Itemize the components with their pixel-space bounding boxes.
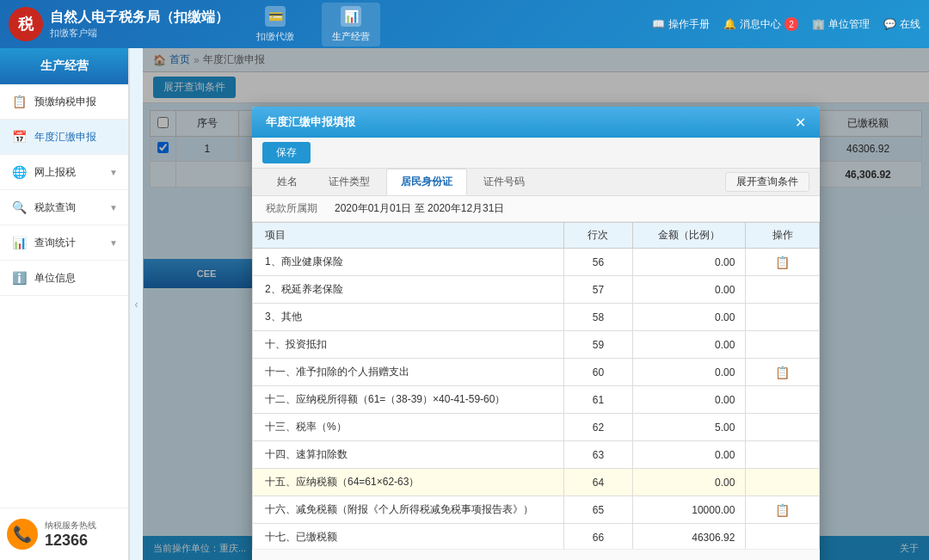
modal-scroll-area[interactable]: 项目 行次 金额（比例） 操作 1、商业健康保险 56 <box>252 222 820 549</box>
top-nav-shengchan[interactable]: 📊 生产经营 <box>322 3 380 46</box>
top-nav-kouji[interactable]: 💳 扣缴代缴 <box>246 3 305 46</box>
op-59 <box>746 331 820 359</box>
val-57: 0.00 <box>632 276 746 304</box>
unit-mgmt-btn[interactable]: 🏢 单位管理 <box>812 17 870 32</box>
item-63: 十四、速算扣除数 <box>253 441 564 469</box>
shengchan-icon: 📊 <box>341 6 361 27</box>
edit-icon-60[interactable]: 📋 <box>775 366 790 379</box>
online-label: 在线 <box>900 17 920 32</box>
sidebar-item-niandu[interactable]: 📅 年度汇缴申报 <box>0 120 128 155</box>
modal-save-btn[interactable]: 保存 <box>262 142 311 163</box>
sidebar-item-shuikuan[interactable]: 🔍 税款查询 ▼ <box>0 190 128 225</box>
val-60: 0.00 <box>632 359 746 386</box>
shuikuan-icon: 🔍 <box>10 199 28 216</box>
op-56: 📋 <box>746 249 820 276</box>
item-60: 十一、准予扣除的个人捐赠支出 <box>253 359 564 386</box>
sidebar-header: 生产经营 <box>0 48 128 84</box>
yujiao-icon: 📋 <box>10 93 28 110</box>
val-58: 0.00 <box>632 304 746 331</box>
item-56: 1、商业健康保险 <box>253 249 564 276</box>
modal-th-rowno: 行次 <box>564 223 632 249</box>
tab-id-card[interactable]: 居民身份证 <box>386 169 467 195</box>
main-layout: 生产经营 📋 预缴纳税申报 📅 年度汇缴申报 🌐 网上报税 ▼ 🔍 税款查询 ▼… <box>0 48 929 560</box>
modal-close-btn[interactable]: ✕ <box>795 114 806 131</box>
content-area: 🏠 首页 » 年度汇缴申报 展开查询条件 序号 姓名 证件类型 证件号码 税款所… <box>143 48 929 560</box>
sidebar: 生产经营 📋 预缴纳税申报 📅 年度汇缴申报 🌐 网上报税 ▼ 🔍 税款查询 ▼… <box>0 48 129 560</box>
sidebar-item-chaxun-label: 查询统计 <box>34 236 76 250</box>
val-56: 0.00 <box>632 249 746 276</box>
rowno-59: 59 <box>564 331 632 359</box>
op-57 <box>746 276 820 304</box>
tab-name[interactable]: 姓名 <box>262 169 312 195</box>
sidebar-item-wangshang-label: 网上报税 <box>34 165 76 180</box>
unit-mgmt-label: 单位管理 <box>828 17 870 32</box>
val-59: 0.00 <box>632 331 746 359</box>
modal-title: 年度汇缴申报填报 <box>266 114 355 130</box>
app-title-group: 自然人电子税务局（扣缴端） 扣缴客户端 <box>50 9 229 40</box>
top-nav: 💳 扣缴代缴 📊 生产经营 <box>246 3 380 46</box>
val-66: 46306.92 <box>632 524 746 550</box>
item-61: 十二、应纳税所得额（61=（38-39）×40-41-59-60） <box>253 386 564 414</box>
modal-th-item: 项目 <box>253 223 564 249</box>
sidebar-collapse-btn[interactable]: ‹ <box>129 48 143 560</box>
wangshang-icon: 🌐 <box>10 163 28 181</box>
top-nav-shengchan-label: 生产经营 <box>332 30 370 43</box>
rowno-56: 56 <box>564 249 632 276</box>
val-63: 0.00 <box>632 441 746 469</box>
chaxun-icon: 📊 <box>10 234 28 251</box>
service-hotline: 📞 纳税服务热线 12366 <box>0 508 128 560</box>
top-nav-kouji-label: 扣缴代缴 <box>256 30 294 43</box>
tab-cert-type[interactable]: 证件类型 <box>314 169 385 195</box>
edit-icon-56[interactable]: 📋 <box>775 255 790 269</box>
arrow-down-icon2: ▼ <box>109 203 118 212</box>
modal-row-57: 2、税延养老保险 57 0.00 <box>253 276 820 304</box>
message-btn[interactable]: 🔔 消息中心 2 <box>723 17 798 32</box>
modal-row-66: 十七、已缴税额 66 46306.92 <box>253 524 820 550</box>
hotline-text-group: 纳税服务热线 12366 <box>45 520 96 550</box>
sidebar-item-chaxun[interactable]: 📊 查询统计 ▼ <box>0 225 128 261</box>
modal-th-value: 金额（比例） <box>632 223 746 249</box>
edit-icon-65[interactable]: 📋 <box>775 503 790 517</box>
sidebar-item-shuikuan-label: 税款查询 <box>34 200 76 215</box>
op-60: 📋 <box>746 359 820 386</box>
val-64: 0.00 <box>632 469 746 496</box>
op-61 <box>746 386 820 414</box>
rowno-60: 60 <box>564 359 632 386</box>
top-right-actions: 📖 操作手册 🔔 消息中心 2 🏢 单位管理 💬 在线 <box>652 17 920 32</box>
modal-row-56: 1、商业健康保险 56 0.00 📋 <box>253 249 820 276</box>
logo-char: 税 <box>18 14 34 34</box>
sidebar-item-yujiao[interactable]: 📋 预缴纳税申报 <box>0 84 128 120</box>
item-66: 十七、已缴税额 <box>253 524 564 550</box>
modal-overlay: 年度汇缴申报填报 ✕ 保存 姓名 证件类型 居民身份证 证件号码 展开查询条件 <box>143 48 929 560</box>
app-logo: 税 <box>9 7 43 41</box>
sidebar-item-niandu-label: 年度汇缴申报 <box>34 130 96 145</box>
online-btn[interactable]: 💬 在线 <box>883 17 920 32</box>
op-62 <box>746 414 820 441</box>
hotline-label: 纳税服务热线 <box>45 520 96 532</box>
modal-header: 年度汇缴申报填报 ✕ <box>252 107 820 138</box>
op-65: 📋 <box>746 496 820 524</box>
manual-btn[interactable]: 📖 操作手册 <box>652 17 710 32</box>
modal-tabs: 姓名 证件类型 居民身份证 证件号码 展开查询条件 <box>252 169 820 196</box>
niandu-icon: 📅 <box>10 128 28 145</box>
modal-dialog: 年度汇缴申报填报 ✕ 保存 姓名 证件类型 居民身份证 证件号码 展开查询条件 <box>252 107 820 560</box>
op-58 <box>746 304 820 331</box>
hotline-icon: 📞 <box>7 519 38 550</box>
sidebar-item-danwei[interactable]: ℹ️ 单位信息 <box>0 261 128 296</box>
modal-row-63: 十四、速算扣除数 63 0.00 <box>253 441 820 469</box>
tax-period-label: 税款所属期 <box>266 201 317 216</box>
sidebar-item-wangshang[interactable]: 🌐 网上报税 ▼ <box>0 155 128 190</box>
manual-label: 操作手册 <box>668 17 710 32</box>
bell-icon: 🔔 <box>723 18 736 30</box>
rowno-58: 58 <box>564 304 632 331</box>
val-61: 0.00 <box>632 386 746 414</box>
tax-period-value: 2020年01月01日 至 2020年12月31日 <box>335 201 504 216</box>
danwei-icon: ℹ️ <box>10 269 28 286</box>
rowno-61: 61 <box>564 386 632 414</box>
modal-row-64: 十五、应纳税额（64=61×62-63） 64 0.00 <box>253 469 820 496</box>
modal-th-op: 操作 <box>746 223 820 249</box>
op-63 <box>746 441 820 469</box>
expand-query-modal-btn[interactable]: 展开查询条件 <box>725 172 809 192</box>
tab-cert-no[interactable]: 证件号码 <box>469 169 539 195</box>
item-62: 十三、税率（%） <box>253 414 564 441</box>
